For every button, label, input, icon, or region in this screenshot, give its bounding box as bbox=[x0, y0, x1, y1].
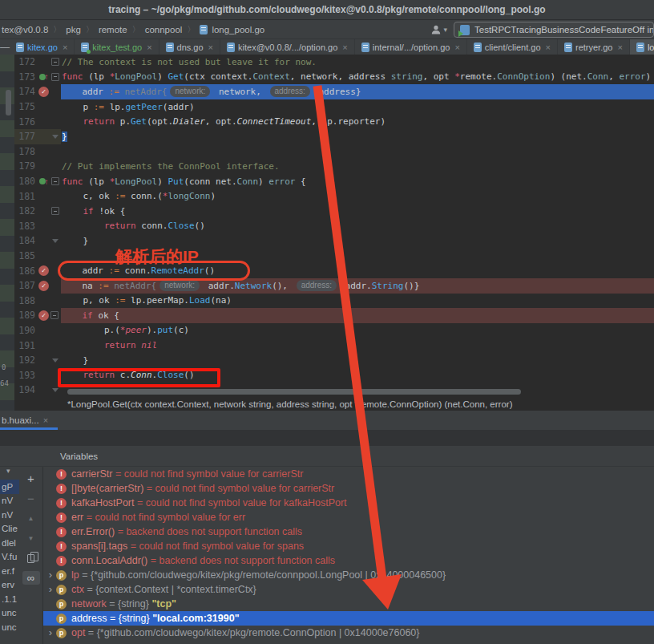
variable-row[interactable]: !carrierStr = could not find symbol valu… bbox=[43, 467, 654, 481]
code-line[interactable]: 172// The context is not used but leave … bbox=[0, 55, 654, 70]
fold-marker-icon[interactable] bbox=[50, 177, 60, 185]
close-icon[interactable]: × bbox=[454, 43, 459, 52]
frame-item[interactable]: .1.1 bbox=[0, 592, 19, 606]
code-line[interactable]: 175 p := lp.getPeer(addr) bbox=[0, 99, 654, 115]
frame-item[interactable]: erv bbox=[0, 578, 19, 593]
move-up-icon[interactable]: ▲ bbox=[28, 508, 34, 529]
editor-tab[interactable]: long_pool.go bbox=[630, 39, 654, 55]
frame-item[interactable]: nV bbox=[0, 494, 19, 508]
close-icon[interactable]: × bbox=[63, 43, 67, 52]
duplicate-icon[interactable] bbox=[27, 549, 34, 569]
fold-marker-icon[interactable] bbox=[50, 58, 60, 66]
code-line[interactable]: 189✓ if ok { bbox=[0, 308, 654, 323]
code-line[interactable]: 187✓ na := netAddr{network: addr.Network… bbox=[0, 278, 654, 294]
frame-item[interactable]: V.fu bbox=[0, 550, 19, 565]
expand-chevron-icon[interactable]: › bbox=[45, 627, 56, 638]
frame-item[interactable]: dlel bbox=[0, 536, 19, 550]
frame-item[interactable]: Clie bbox=[0, 522, 19, 537]
frame-item[interactable]: unc bbox=[0, 620, 19, 634]
variable-row[interactable]: !err.Error() = backend does not support … bbox=[43, 525, 654, 539]
variable-row[interactable]: !spans[i].tags = could not find symbol v… bbox=[43, 539, 654, 553]
code-line[interactable]: 179// Put implements the ConnPool interf… bbox=[0, 159, 654, 174]
dropdown-caret-icon[interactable]: ▾ bbox=[0, 467, 19, 480]
editor-tab[interactable]: kitex_test.go× bbox=[75, 39, 159, 55]
code-line[interactable]: 191 return nil bbox=[0, 338, 654, 353]
run-configuration-selector[interactable]: TestRPCTracingBusinessCodeFeatureOff in … bbox=[454, 22, 654, 38]
frame-item[interactable]: nV bbox=[0, 508, 19, 522]
close-icon[interactable]: × bbox=[546, 43, 551, 52]
variable-row[interactable]: !kafkaHostPort = could not find symbol v… bbox=[43, 496, 654, 510]
variable-row[interactable]: ›plp = {*github.com/cloudwego/kitex/pkg/… bbox=[43, 568, 654, 582]
close-icon[interactable]: × bbox=[342, 43, 347, 52]
code-line[interactable]: 182 if !ok { bbox=[0, 204, 654, 219]
expand-chevron-icon[interactable]: › bbox=[45, 569, 56, 581]
variable-row[interactable]: pnetwork = {string} "tcp" bbox=[43, 597, 654, 611]
error-icon: ! bbox=[56, 484, 67, 494]
hide-tabs-icon[interactable]: — bbox=[0, 39, 10, 55]
fold-marker-icon[interactable] bbox=[50, 207, 60, 215]
frame-item[interactable]: er.f bbox=[0, 564, 19, 578]
stripe-scrollbar-thumb[interactable] bbox=[6, 90, 11, 115]
code-line[interactable]: 173↑func (lp *LongPool) Get(ctx context.… bbox=[0, 70, 654, 85]
breadcrumb-separator-icon: 〉 bbox=[132, 24, 140, 35]
user-profile-icon[interactable]: ▾ bbox=[430, 24, 447, 35]
override-marker-icon[interactable]: ↑ bbox=[37, 72, 50, 81]
editor-tab[interactable]: kitex.go× bbox=[10, 39, 75, 55]
code-line[interactable]: 188 p, ok := lp.peerMap.Load(na) bbox=[0, 294, 654, 309]
variable-row[interactable]: ›pctx = {context.Context | *context.time… bbox=[43, 582, 654, 597]
close-icon[interactable]: × bbox=[208, 43, 213, 52]
variable-row[interactable]: !conn.LocalAddr() = backend does not sup… bbox=[43, 553, 654, 568]
line-number: 190 bbox=[16, 325, 35, 336]
variable-row[interactable]: !err = could not find symbol value for e… bbox=[43, 510, 654, 525]
debug-session-tab[interactable]: b.huaxi... × bbox=[0, 415, 54, 425]
horizontal-scrollbar[interactable] bbox=[67, 389, 521, 395]
code-line[interactable]: 183 return conn.Close() bbox=[0, 219, 654, 234]
breadcrumb-item[interactable]: pkg bbox=[66, 25, 81, 34]
editor-tab[interactable]: retryer.go× bbox=[558, 39, 630, 55]
move-down-icon[interactable]: ▼ bbox=[28, 529, 34, 549]
fold-marker-icon[interactable] bbox=[50, 358, 60, 363]
remove-icon[interactable]: − bbox=[27, 488, 34, 508]
code-line[interactable]: 178 bbox=[0, 144, 654, 160]
fold-marker-icon[interactable] bbox=[50, 388, 60, 392]
code-line[interactable]: 192 } bbox=[0, 353, 654, 368]
add-icon[interactable]: + bbox=[27, 468, 34, 488]
breadcrumb-item[interactable]: tex@v0.0.8 bbox=[2, 25, 48, 34]
breakpoint-icon[interactable]: ✓ bbox=[38, 281, 49, 291]
variable-row[interactable]: ›popt = {*github.com/cloudwego/kitex/pkg… bbox=[43, 626, 654, 640]
code-line[interactable]: 180↑func (lp *LongPool) Put(conn net.Con… bbox=[0, 174, 654, 189]
close-icon[interactable]: × bbox=[617, 43, 622, 52]
code-line[interactable]: 176 return p.Get(opt.Dialer, opt.Connect… bbox=[0, 114, 654, 129]
breadcrumb-item[interactable]: long_pool.go bbox=[212, 25, 264, 34]
code-line[interactable]: 190 p.(*peer).put(c) bbox=[0, 323, 654, 338]
override-marker-icon[interactable]: ↑ bbox=[37, 177, 50, 186]
code-line[interactable]: 174✓ addr := netAddr{network: network, a… bbox=[0, 84, 654, 99]
close-icon[interactable]: × bbox=[43, 415, 48, 425]
breakpoint-icon[interactable]: ✓ bbox=[38, 265, 49, 276]
fold-marker-icon[interactable] bbox=[50, 239, 60, 243]
breakpoint-icon[interactable]: ✓ bbox=[38, 310, 49, 321]
fold-marker-icon[interactable] bbox=[50, 73, 60, 81]
breadcrumb-item[interactable]: connpool bbox=[145, 25, 183, 34]
show-watches-icon[interactable]: ∞ bbox=[22, 571, 40, 585]
fold-marker-icon[interactable] bbox=[50, 311, 59, 319]
variable-row[interactable]: ![]byte(carrierStr) = could not find sym… bbox=[43, 481, 654, 496]
close-icon[interactable]: × bbox=[147, 43, 151, 52]
editor-tab[interactable]: client/client.go× bbox=[467, 39, 558, 55]
code-line[interactable]: 177} bbox=[0, 129, 654, 144]
fold-marker-icon[interactable] bbox=[50, 135, 60, 139]
editor-tab[interactable]: kitex@v0.0.8/.../option.go× bbox=[220, 39, 355, 55]
editor-tab[interactable]: dns.go× bbox=[159, 39, 220, 55]
variable-row[interactable]: paddress = {string} "local.com:31990" bbox=[43, 611, 654, 626]
breadcrumb-item[interactable]: remote bbox=[99, 25, 127, 34]
code-line[interactable]: 186✓ addr := conn.RemoteAddr() bbox=[0, 263, 654, 278]
editor-tab[interactable]: internal/.../option.go× bbox=[355, 39, 467, 55]
frame-item[interactable]: gP bbox=[0, 480, 19, 494]
code-line[interactable]: 184 } bbox=[0, 233, 654, 249]
frame-item[interactable]: unc bbox=[0, 606, 19, 621]
expand-chevron-icon[interactable]: › bbox=[45, 584, 56, 595]
breakpoint-icon[interactable]: ✓ bbox=[38, 87, 49, 97]
code-line[interactable]: 185 bbox=[0, 249, 654, 264]
code-line[interactable]: 193 return c.Conn.Close() bbox=[0, 367, 654, 383]
code-line[interactable]: 181 c, ok := conn.(*longConn) bbox=[0, 188, 654, 204]
